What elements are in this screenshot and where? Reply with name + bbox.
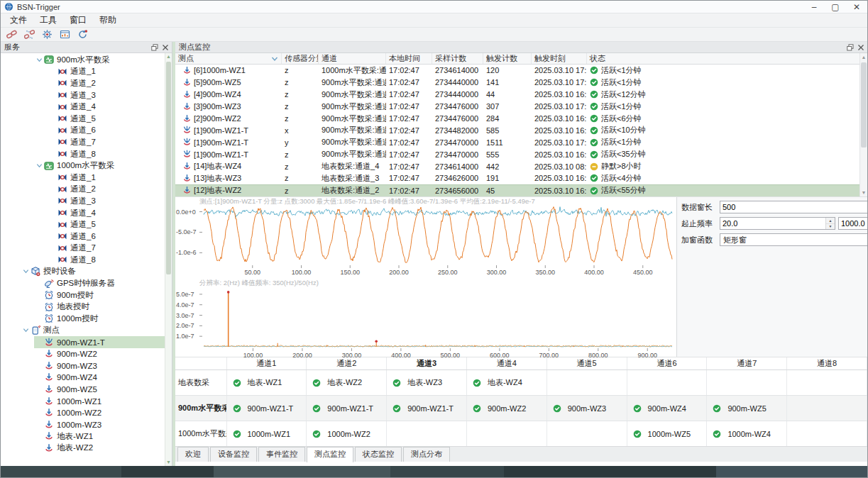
tree-item[interactable]: GPS时钟服务器 <box>1 277 165 289</box>
tab-item[interactable]: 设备监控 <box>210 447 257 462</box>
channel-column-header[interactable]: 通道8 <box>787 357 867 370</box>
channel-cell[interactable]: 900m-WZ3 <box>546 396 627 421</box>
tab-item[interactable]: 测点分布 <box>403 447 450 462</box>
tree-item[interactable]: 通道_6 <box>1 230 165 243</box>
close-button[interactable]: ✕ <box>846 1 867 13</box>
tab-item[interactable]: 事件监控 <box>258 447 305 462</box>
spectrum-chart[interactable]: 分辨率: 2(Hz) 峰值频率: 350(Hz)/50(Hz)5.0e-74.0… <box>175 279 676 362</box>
column-header[interactable]: 传感器分量 <box>282 53 319 64</box>
tree-item[interactable]: 测点 <box>1 325 165 337</box>
tree-item[interactable]: 通道_7 <box>1 136 165 148</box>
channel-cell[interactable]: 900m-WZ1-T <box>307 396 387 421</box>
tree-item[interactable]: 通道_2 <box>1 184 165 196</box>
channel-cell[interactable]: 地表-WZ3 <box>387 370 467 396</box>
table-row[interactable]: [3]900m-WZ3z900m水平数采:通道_517:02:472734476… <box>175 101 867 113</box>
scrollbar-thumb[interactable] <box>166 62 171 274</box>
table-row[interactable]: [5]900m-WZ5z900m水平数采:通道_717:02:472734440… <box>175 77 867 89</box>
tree-item[interactable]: 通道_3 <box>1 89 165 101</box>
channel-cell[interactable]: 1000m-WZ4 <box>707 421 787 447</box>
waveform-chart[interactable]: 测点:[1]900m-WZ1-T 分量:z 点数:3000 最大值:1.85e-… <box>175 197 676 279</box>
channel-cell[interactable]: 900m-WZ4 <box>627 396 707 421</box>
column-header[interactable]: 通道 <box>319 53 386 64</box>
tree-item[interactable]: 900m-WZ1-T <box>1 336 165 348</box>
tree-item[interactable]: 1000m-WZ3 <box>1 418 165 430</box>
tab-active[interactable]: 测点监控 <box>307 447 353 462</box>
channel-cell[interactable]: 地表-WZ4 <box>466 370 546 396</box>
tree-item[interactable]: 地表-WZ1 <box>1 430 165 443</box>
tree-item[interactable]: 1000m授时 <box>1 313 165 325</box>
scroll-up-icon[interactable]: ▲ <box>165 53 172 60</box>
minimize-button[interactable]: – <box>803 1 825 13</box>
tree-item[interactable]: 通道_1 <box>1 66 165 78</box>
scroll-down-icon[interactable]: ▼ <box>165 459 172 466</box>
tree-item[interactable]: 通道_5 <box>1 113 165 125</box>
channel-cell[interactable]: 1000m-WZ1 <box>226 421 307 447</box>
table-row[interactable]: [14]地表-WZ4z地表数采:通道_417:02:47273461400044… <box>175 160 867 172</box>
spin-up-icon[interactable]: ▲ <box>826 218 835 224</box>
expander-chevron-icon[interactable] <box>21 268 31 274</box>
tree-item[interactable]: 通道_4 <box>1 207 165 219</box>
settings-gear-button[interactable] <box>40 28 53 41</box>
maximize-button[interactable]: ▢ <box>825 1 846 13</box>
expander-chevron-icon[interactable] <box>35 57 44 63</box>
refresh-button[interactable] <box>76 28 89 41</box>
column-header[interactable]: 触发时刻 <box>532 53 587 64</box>
tree-item[interactable]: 通道_1 <box>1 172 165 184</box>
menu-item[interactable]: 工具 <box>33 13 63 27</box>
tree-item[interactable]: 900m-WZ3 <box>1 360 165 372</box>
channel-cell[interactable]: 地表-WZ2 <box>307 370 387 396</box>
tree-item[interactable]: 1000m-WZ2 <box>1 407 165 419</box>
monitor-panel-button[interactable] <box>58 28 71 41</box>
column-header[interactable]: 测点 <box>175 53 282 64</box>
tab-item[interactable]: 欢迎 <box>177 447 209 462</box>
menu-item[interactable]: 文件 <box>4 13 33 27</box>
channel-cell[interactable]: 900m-WZ5 <box>707 396 787 421</box>
table-row[interactable]: [1]900m-WZ1-Ty900m水平数采:通道_217:02:4727344… <box>175 136 867 148</box>
table-row[interactable]: [2]900m-WZ2z900m水平数采:通道_417:02:472734476… <box>175 113 867 125</box>
disconnect-button[interactable] <box>23 28 35 41</box>
table-row[interactable]: [1]900m-WZ1-Tz900m水平数采:通道_317:02:4727344… <box>175 148 867 160</box>
tree-item[interactable]: 地表授时 <box>1 301 165 313</box>
channel-cell[interactable]: 900m-WZ1-T <box>226 396 307 421</box>
channel-column-header[interactable]: 通道7 <box>707 357 787 370</box>
channel-cell[interactable]: 地表-WZ1 <box>226 370 307 396</box>
expander-chevron-icon[interactable] <box>21 327 31 333</box>
menu-item[interactable]: 帮助 <box>93 13 123 27</box>
close-panel-icon[interactable] <box>160 43 170 52</box>
tree-scrollbar[interactable]: ▲ ▼ <box>165 53 172 466</box>
column-header[interactable]: 本地时间 <box>386 53 432 64</box>
tree-item[interactable]: 通道_8 <box>1 254 165 266</box>
column-header[interactable]: 状态 <box>587 53 867 64</box>
tree-item[interactable]: 1000m水平数采 <box>1 160 165 172</box>
tree-item[interactable]: 900m-WZ5 <box>1 384 165 396</box>
menu-item[interactable]: 窗口 <box>63 13 93 27</box>
tree-item[interactable]: 900m水平数采 <box>1 54 165 66</box>
column-header[interactable]: 采样计数 <box>432 53 483 64</box>
connect-button[interactable] <box>5 28 18 41</box>
table-row[interactable]: [4]900m-WZ4z900m水平数采:通道_617:02:472734440… <box>175 89 867 101</box>
table-row[interactable]: [13]地表-WZ3z地表数采:通道_317:02:47273462600019… <box>175 172 867 184</box>
tree-item[interactable]: 通道_5 <box>1 218 165 230</box>
scroll-up-icon[interactable]: ▲ <box>860 53 867 61</box>
expander-chevron-icon[interactable] <box>35 162 44 169</box>
float-panel-icon[interactable] <box>845 43 855 52</box>
tree-item[interactable]: 通道_6 <box>1 125 165 137</box>
channel-cell[interactable]: 900m-WZ2 <box>466 396 546 421</box>
scrollbar-thumb[interactable] <box>861 62 867 148</box>
tree-item[interactable]: 授时设备 <box>1 266 165 278</box>
spin-down-icon[interactable]: ▼ <box>826 224 835 230</box>
tree-item[interactable]: 900m-WZ4 <box>1 372 165 384</box>
channel-cell[interactable]: 1000m-WZ2 <box>307 421 387 447</box>
close-panel-icon[interactable] <box>856 43 865 52</box>
column-header[interactable]: 触发计数 <box>483 53 532 64</box>
freq-to-input[interactable] <box>839 218 868 229</box>
channel-cell[interactable]: 900m-WZ1-T <box>387 396 467 421</box>
tree-item[interactable]: 通道_2 <box>1 77 165 89</box>
tree-item[interactable]: 通道_4 <box>1 101 165 113</box>
float-panel-icon[interactable] <box>150 43 159 52</box>
tree-item[interactable]: 900m-WZ2 <box>1 348 165 360</box>
channel-cell[interactable]: 1000m-WZ5 <box>627 421 707 447</box>
table-row[interactable]: [1]900m-WZ1-Tx900m水平数采:通道_117:02:4727344… <box>175 124 867 136</box>
tree-item[interactable]: 1000m-WZ1 <box>1 395 165 407</box>
table-row[interactable]: [12]地表-WZ2z地表数采:通道_217:02:47273465600045… <box>175 184 867 196</box>
